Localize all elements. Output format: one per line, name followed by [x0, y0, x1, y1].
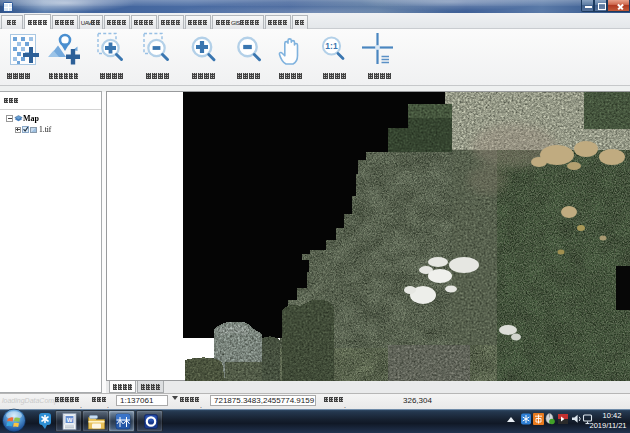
svg-text:W: W	[67, 417, 73, 423]
svg-text:1:1: 1:1	[325, 41, 338, 51]
